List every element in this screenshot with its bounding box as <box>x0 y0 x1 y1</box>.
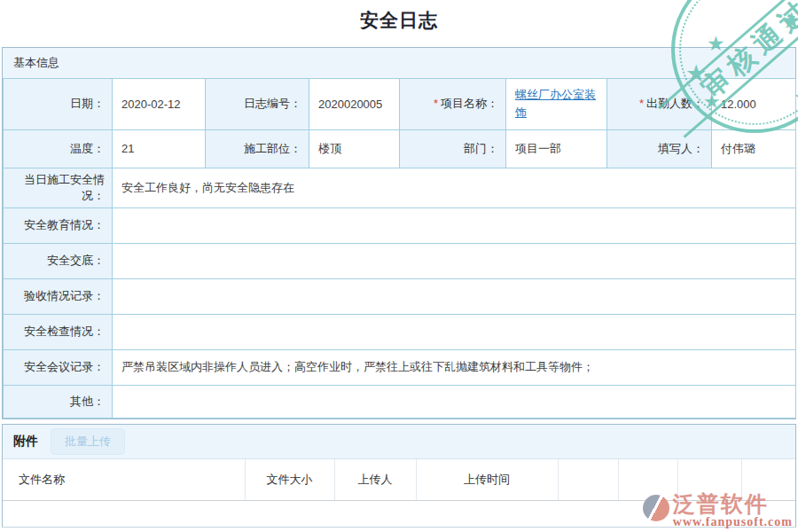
field-value-attendance: 12.000 <box>712 79 796 129</box>
field-value-construction-part: 楼顶 <box>309 129 400 168</box>
field-label-filled-by: 填写人： <box>607 129 712 168</box>
column-header-file-size: 文件大小 <box>245 459 334 500</box>
fanpu-logo: 泛普软件 www.fanpusoft.com <box>643 492 793 529</box>
field-label-safety-education: 安全教育情况： <box>4 207 113 243</box>
field-label-attendance: *出勤人数： <box>607 79 712 129</box>
form-row-safety-briefing: 安全交底： <box>4 243 796 278</box>
field-label-construction-part: 施工部位： <box>206 129 309 168</box>
field-value-safety-education <box>113 207 796 243</box>
fanpu-website-url: www.fanpusoft.com <box>673 515 793 529</box>
field-label-daily-safety: 当日施工安全情况： <box>4 168 113 207</box>
basic-info-section: 基本信息 日期： 2020-02-12 日志编号： 2020020005 *项目… <box>2 47 796 419</box>
field-value-daily-safety: 安全工作良好，尚无安全隐患存在 <box>113 168 796 207</box>
section-header-basic-info: 基本信息 <box>3 48 795 79</box>
field-label-temperature: 温度： <box>4 129 113 168</box>
attachments-title: 附件 <box>13 434 38 450</box>
field-value-acceptance-record <box>113 278 796 314</box>
form-row-2: 温度： 21 施工部位： 楼顶 部门： 项目一部 填写人： 付伟璐 <box>4 129 796 168</box>
column-header-empty <box>558 459 618 500</box>
form-row-safety-education: 安全教育情况： <box>4 207 796 243</box>
fanpu-logo-icon <box>643 495 669 521</box>
attachments-header: 附件 批量上传 <box>3 425 795 459</box>
column-header-uploader: 上传人 <box>334 459 416 500</box>
field-label-project-name: *项目名称： <box>400 79 506 129</box>
required-asterisk: * <box>434 97 438 110</box>
project-name-link[interactable]: 螺丝厂办公室装饰 <box>515 88 596 119</box>
field-value-safety-inspection <box>113 314 796 349</box>
field-value-department: 项目一部 <box>506 129 607 168</box>
form-row-1: 日期： 2020-02-12 日志编号： 2020020005 *项目名称： 螺… <box>4 79 796 129</box>
field-value-filled-by: 付伟璐 <box>712 129 796 168</box>
field-value-temperature: 21 <box>113 129 206 168</box>
required-asterisk: * <box>639 97 644 110</box>
field-label-safety-inspection: 安全检查情况： <box>4 314 113 349</box>
field-value-safety-briefing <box>113 243 796 278</box>
field-label-other: 其他： <box>4 385 113 418</box>
fanpu-brand-name: 泛普软件 <box>673 492 793 515</box>
section-title: 基本信息 <box>13 55 59 71</box>
form-row-safety-inspection: 安全检查情况： <box>4 314 796 349</box>
form-row-safety-meeting: 安全会议记录： 严禁吊装区域内非操作人员进入；高空作业时，严禁往上或往下乱抛建筑… <box>4 349 796 385</box>
field-label-safety-briefing: 安全交底： <box>4 243 113 278</box>
fanpu-logo-text: 泛普软件 www.fanpusoft.com <box>673 492 793 529</box>
field-value-other <box>113 385 796 418</box>
column-header-upload-time: 上传时间 <box>416 459 558 500</box>
field-label-log-number: 日志编号： <box>206 79 309 129</box>
safety-log-page: 安全日志 ★ ★ ★ ★ ★ 审核通过 基本信息 日期： 2020-02-12 <box>0 0 798 532</box>
field-label-date: 日期： <box>4 79 113 129</box>
field-label-department: 部门： <box>400 129 506 168</box>
field-label-safety-meeting: 安全会议记录： <box>4 349 113 385</box>
form-row-acceptance-record: 验收情况记录： <box>4 278 796 314</box>
form-row-other: 其他： <box>4 385 796 418</box>
basic-info-table: 日期： 2020-02-12 日志编号： 2020020005 *项目名称： 螺… <box>3 79 796 419</box>
column-header-file-name: 文件名称 <box>3 459 245 500</box>
page-title: 安全日志 <box>0 0 798 33</box>
field-value-project-name: 螺丝厂办公室装饰 <box>506 79 607 129</box>
field-value-safety-meeting: 严禁吊装区域内非操作人员进入；高空作业时，严禁往上或往下乱抛建筑材料和工具等物件… <box>113 349 796 385</box>
field-label-acceptance-record: 验收情况记录： <box>4 278 113 314</box>
batch-upload-button[interactable]: 批量上传 <box>51 428 125 455</box>
form-row-safety-status: 当日施工安全情况： 安全工作良好，尚无安全隐患存在 <box>4 168 796 207</box>
field-value-date: 2020-02-12 <box>113 79 206 129</box>
field-value-log-number: 2020020005 <box>309 79 400 129</box>
